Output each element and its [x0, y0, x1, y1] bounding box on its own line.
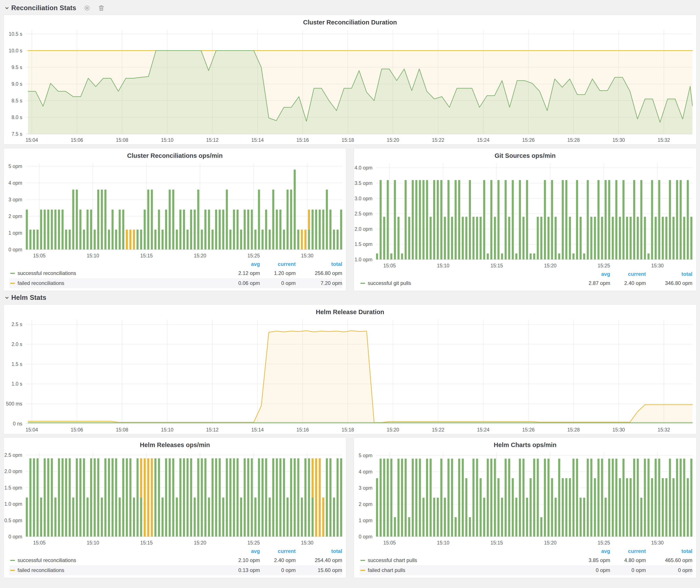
section-title[interactable]: Reconciliation Stats	[11, 4, 76, 12]
chart-cluster-reconciliations-opm[interactable]: 0 opm1 opm2 opm3 opm4 opm5 opm15:0515:10…	[4, 160, 346, 260]
legend-total-value: 254.40 opm	[296, 557, 342, 563]
svg-text:15:28: 15:28	[567, 137, 580, 143]
legend-current-value: 0 opm	[260, 567, 296, 573]
svg-text:15:32: 15:32	[658, 427, 670, 433]
svg-text:15:10: 15:10	[437, 263, 449, 268]
legend-total-value: 15.60 opm	[296, 567, 342, 573]
legend-avg-value: 3.85 opm	[572, 557, 610, 563]
legend-row-failed-chart-pulls: failed chart pulls 0 opm 0 opm 0 opm	[360, 565, 692, 575]
panel-title[interactable]: Helm Charts ops/min	[354, 438, 696, 449]
svg-text:15:05: 15:05	[383, 540, 396, 546]
legend-total-value: 7.20 opm	[296, 280, 342, 286]
legend-current-value: 2.40 opm	[260, 557, 296, 563]
svg-text:10.5 s: 10.5 s	[9, 31, 22, 37]
panel-title[interactable]: Cluster Reconciliation Duration	[4, 15, 696, 27]
svg-text:15:26: 15:26	[522, 137, 535, 143]
legend-series-label[interactable]: failed chart pulls	[368, 567, 405, 573]
svg-text:15:25: 15:25	[598, 263, 610, 268]
legend-header-total[interactable]: total	[296, 548, 342, 554]
svg-text:15:10: 15:10	[161, 427, 174, 433]
svg-text:2.0 s: 2.0 s	[11, 341, 22, 347]
legend-header-total[interactable]: total	[296, 261, 342, 267]
legend-current-value: 1.20 opm	[260, 270, 296, 276]
series-color-dash	[360, 570, 365, 571]
svg-text:0 opm: 0 opm	[359, 534, 373, 540]
panel-cluster-reconciliation-duration: Cluster Reconciliation Duration 7.5 s8.0…	[3, 15, 697, 145]
svg-text:3.0 opm: 3.0 opm	[355, 196, 373, 201]
trash-icon[interactable]	[98, 5, 105, 11]
svg-text:1.0 s: 1.0 s	[11, 381, 22, 387]
svg-text:15:14: 15:14	[251, 137, 264, 143]
svg-text:9.5 s: 9.5 s	[11, 65, 22, 70]
svg-text:15:32: 15:32	[658, 137, 670, 143]
panel-title[interactable]: Cluster Reconciliations ops/min	[4, 148, 346, 160]
svg-text:1.5 opm: 1.5 opm	[4, 485, 22, 491]
section-title[interactable]: Helm Stats	[11, 294, 46, 302]
legend-total-value: 346.80 opm	[646, 280, 692, 286]
svg-text:2.5 s: 2.5 s	[11, 321, 22, 327]
legend-header-current[interactable]: current	[610, 548, 646, 554]
legend-header-total[interactable]: total	[646, 271, 692, 277]
chart-cluster-reconciliation-duration[interactable]: 7.5 s8.0 s8.5 s9.0 s9.5 s10.0 s10.5 s15:…	[4, 27, 696, 144]
section-header-reconciliation-stats[interactable]: Reconciliation Stats	[4, 3, 697, 13]
panel-title[interactable]: Helm Release Duration	[4, 305, 696, 317]
svg-text:4 opm: 4 opm	[359, 469, 373, 475]
legend-header-avg[interactable]: avg	[572, 271, 610, 277]
svg-text:0 opm: 0 opm	[8, 534, 22, 540]
legend-header: avg current total	[360, 270, 692, 278]
svg-text:15:12: 15:12	[206, 427, 219, 433]
legend-series-label[interactable]: successful git pulls	[368, 280, 411, 286]
legend-avg-value: 0 opm	[572, 567, 610, 573]
legend-header-avg[interactable]: avg	[222, 548, 260, 554]
legend-header-current[interactable]: current	[610, 271, 646, 277]
legend-row-successful-reconciliations: successful reconciliations 2.12 opm 1.20…	[9, 268, 342, 278]
legend-series-label[interactable]: failed reconciliations	[18, 280, 64, 286]
legend-series-label[interactable]: failed reconciliations	[18, 567, 64, 573]
svg-text:15:12: 15:12	[206, 137, 219, 143]
svg-text:2 opm: 2 opm	[359, 501, 373, 507]
svg-text:2.5 opm: 2.5 opm	[355, 211, 373, 216]
legend-series-label[interactable]: successful chart pulls	[368, 557, 417, 563]
section-header-helm-stats[interactable]: Helm Stats	[4, 293, 697, 303]
legend-header: avg current total	[360, 547, 692, 555]
legend-current-value: 2.40 opm	[610, 280, 646, 286]
svg-text:0.5 opm: 0.5 opm	[4, 518, 22, 523]
panel-helm-charts-opm: Helm Charts ops/min 0 opm1 opm2 opm3 opm…	[354, 437, 697, 578]
legend-header-avg[interactable]: avg	[222, 261, 260, 267]
chart-helm-release-duration[interactable]: 0 ns500 ms1.0 s1.5 s2.0 s2.5 s15:0415:06…	[4, 317, 696, 434]
svg-text:15:15: 15:15	[140, 540, 153, 546]
legend-header-current[interactable]: current	[260, 548, 296, 554]
series-color-dash	[10, 570, 15, 571]
legend-row-failed-reconciliations: failed reconciliations 0.13 opm 0 opm 15…	[9, 565, 342, 575]
svg-text:2.0 opm: 2.0 opm	[4, 468, 22, 474]
legend-avg-value: 2.10 opm	[222, 557, 260, 563]
legend-current-value: 4.80 opm	[610, 557, 646, 563]
svg-text:15:26: 15:26	[522, 427, 535, 433]
chart-helm-charts-opm[interactable]: 0 opm1 opm2 opm3 opm4 opm5 opm15:0515:10…	[354, 449, 696, 547]
legend-series-label[interactable]: successful reconciliations	[18, 557, 76, 563]
legend-header-total[interactable]: total	[646, 548, 692, 554]
chart-helm-releases-opm[interactable]: 0 opm0.5 opm1.0 opm1.5 opm2.0 opm2.5 opm…	[4, 449, 346, 547]
legend-avg-value: 2.87 opm	[572, 280, 610, 286]
svg-text:2.5 opm: 2.5 opm	[4, 452, 22, 458]
svg-text:15:04: 15:04	[26, 427, 38, 433]
legend-header-current[interactable]: current	[260, 261, 296, 267]
svg-text:3 opm: 3 opm	[8, 197, 22, 202]
legend-series-label[interactable]: successful reconciliations	[18, 270, 76, 276]
svg-text:15:18: 15:18	[342, 427, 354, 433]
panel-title[interactable]: Git Sources ops/min	[354, 148, 696, 160]
legend-cluster-reconciliations: avg current total successful reconciliat…	[4, 260, 346, 291]
svg-text:1 opm: 1 opm	[8, 230, 22, 236]
svg-text:1 opm: 1 opm	[359, 518, 373, 523]
svg-text:15:16: 15:16	[297, 427, 309, 433]
chart-git-sources-opm[interactable]: 1.0 opm1.5 opm2.0 opm2.5 opm3.0 opm3.5 o…	[354, 160, 696, 270]
panel-title[interactable]: Helm Releases ops/min	[4, 438, 346, 449]
legend-row-successful-chart-pulls: successful chart pulls 3.85 opm 4.80 opm…	[360, 555, 692, 565]
legend-row-successful-reconciliations: successful reconciliations 2.10 opm 2.40…	[9, 555, 342, 565]
svg-text:15:25: 15:25	[598, 540, 610, 546]
legend-header-avg[interactable]: avg	[572, 548, 610, 554]
panel-helm-release-duration: Helm Release Duration 0 ns500 ms1.0 s1.5…	[3, 304, 697, 434]
series-color-dash	[10, 283, 15, 284]
gear-icon[interactable]	[84, 5, 90, 11]
svg-text:15:28: 15:28	[567, 427, 580, 433]
